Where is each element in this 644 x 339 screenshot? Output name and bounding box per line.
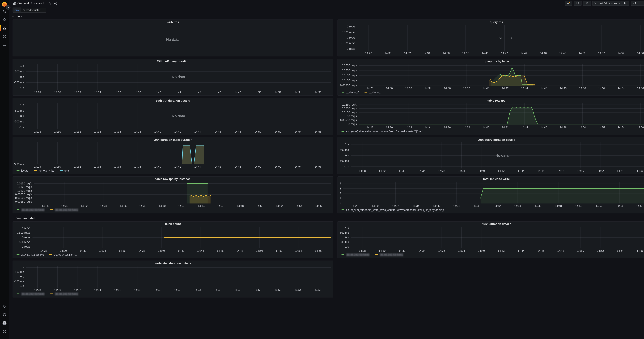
x-axis-tick-label: 14:44 — [196, 249, 206, 252]
time-range-picker[interactable]: Last 30 minutes — [592, 1, 622, 6]
x-axis-tick-label: 14:54 — [294, 204, 304, 207]
legend-item[interactable]: remote_write — [34, 169, 54, 172]
panel-title[interactable]: table row tps by instance — [13, 177, 333, 181]
panel-title[interactable]: write stall duration details — [13, 261, 333, 265]
panel-plot-area[interactable]: 1 req/s0.500 req/s0 req/s-0.500 req/s-1 … — [14, 226, 332, 249]
configuration-gear-icon[interactable] — [0, 302, 9, 310]
panel-plot-area[interactable]: 0.0150 req/s0.0125 req/s0.0100 req/s0.00… — [14, 181, 332, 204]
legend-series-color — [342, 131, 344, 132]
starred-icon[interactable] — [0, 16, 9, 24]
x-axis-tick-label: 14:40 — [156, 249, 166, 252]
y-axis-tick-label: 0 req/s — [339, 122, 357, 126]
x-axis-tick-label: 14:32 — [72, 165, 82, 168]
breadcrumb-group[interactable]: General — [18, 2, 29, 5]
panel-title[interactable]: total tables to write — [338, 177, 644, 181]
x-axis: 14:2814:3014:3214:3414:3614:3814:4014:42… — [14, 249, 332, 252]
x-axis-tick-label: 14:52 — [597, 126, 607, 129]
panel-plot-area[interactable]: 1 req/s0.500 req/s0 req/s-0.500 req/s-1 … — [339, 24, 644, 51]
x-axis: 14:2814:3014:3214:3414:3614:3814:4014:42… — [14, 90, 332, 94]
panel-99th-query-duration-details: 99th query duration details1 s500 ms0 s-… — [338, 137, 644, 174]
legend-item[interactable]: 30.46.242.53:5441 — [49, 253, 77, 256]
refresh-button[interactable] — [631, 1, 638, 6]
panel-plot-area[interactable]: 1 s500 ms0 s-500 ms-1 sNo data — [14, 64, 332, 90]
legend-item[interactable]: 30.46.242.53:5441 — [50, 292, 78, 295]
x-axis-tick-label: 14:46 — [213, 91, 223, 94]
x-axis-tick-label: 14:52 — [597, 87, 607, 90]
panel-title[interactable]: table row tps — [338, 98, 644, 103]
legend-item[interactable]: 30.46.242.53:5440 — [16, 253, 44, 256]
panel-plot-area[interactable]: 9.90 ms — [14, 142, 332, 165]
variable-env-picker[interactable]: ceresdbcluster — [21, 8, 46, 13]
legend-item[interactable]: 30.46.242.53:5440 — [342, 253, 370, 256]
explore-icon[interactable] — [0, 32, 9, 41]
legend-item[interactable]: total — [60, 169, 70, 172]
legend-item[interactable]: 30.46.242.53:5440 — [16, 292, 45, 295]
legend-item[interactable]: 30.46.242.53:5440 — [16, 208, 45, 211]
x-axis-tick-label: 14:42 — [496, 169, 506, 172]
panel-title[interactable]: 99th partition table duration — [13, 137, 333, 142]
star-dashboard-icon[interactable] — [48, 2, 51, 5]
add-panel-button[interactable] — [565, 1, 572, 6]
refresh-interval-caret[interactable] — [638, 1, 644, 6]
y-axis-tick-label: 500 ms — [14, 109, 24, 112]
user-avatar[interactable] — [0, 319, 9, 327]
dashboard-settings-button[interactable] — [583, 1, 591, 6]
legend-series-color — [16, 254, 20, 255]
panel-table-row-tps: table row tps0.0250 req/s0.0200 req/s0.0… — [338, 98, 644, 135]
panel-title[interactable]: flush duration details — [338, 222, 644, 226]
panel-title[interactable]: 99th put/query duration — [13, 59, 333, 64]
x-axis-tick-label: 14:28 — [364, 52, 374, 55]
server-admin-shield-icon[interactable] — [0, 310, 9, 319]
dashboard-grid: basicwrite tpsNo dataquery tps1 req/s0.5… — [12, 14, 644, 300]
x-axis-tick-label: 14:30 — [52, 130, 62, 133]
y-axis-tick-label: 0 req/s — [14, 236, 30, 239]
panel-plot-area[interactable]: 0.0250 req/s0.0200 req/s0.0150 req/s0.01… — [339, 64, 644, 86]
legend-item[interactable]: 30.46.242.53:5441 — [375, 253, 403, 256]
x-axis-tick-label: 14:56 — [635, 169, 644, 172]
legend-series-label: __demo_0 — [346, 91, 359, 94]
y-axis-tick-label: 0.0125 req/s — [14, 185, 32, 189]
alerting-icon[interactable] — [0, 41, 9, 49]
panel-plot-area[interactable]: 43210 — [339, 181, 644, 204]
y-axis-tick-label: 3 — [339, 187, 341, 190]
sidebar-expand-button[interactable] — [6, 5, 10, 10]
x-axis-tick-label: 14:44 — [193, 91, 203, 94]
legend-item[interactable]: __demo_0 — [342, 91, 359, 94]
x-axis-tick-label: 14:42 — [173, 91, 183, 94]
section-header-basic[interactable]: basic — [12, 14, 644, 19]
help-chevron-icon[interactable] — [0, 334, 9, 337]
x-axis: 14:2814:3014:3214:3414:3614:3814:4014:42… — [14, 204, 332, 208]
panel-title[interactable]: 99th put duration details — [13, 98, 333, 103]
save-dashboard-button[interactable] — [574, 1, 582, 6]
legend-item[interactable]: locate — [16, 169, 28, 172]
x-axis-tick-label: 14:48 — [558, 126, 568, 129]
breadcrumb[interactable]: General / ceresdb — [12, 2, 57, 5]
zoom-out-button[interactable] — [622, 1, 629, 6]
legend-series-color — [16, 293, 20, 294]
panel-title[interactable]: write tps — [13, 20, 333, 24]
panel-plot-area[interactable]: 1 s500 ms0 s-500 ms-1 sNo data — [14, 103, 332, 130]
panel-title[interactable]: flush count — [13, 222, 333, 226]
panel-plot-area[interactable]: 1 s500 ms0 s-500 ms-1 sNo data — [339, 142, 644, 169]
panel-plot-area[interactable]: 0.0250 req/s0.0200 req/s0.0150 req/s0.01… — [339, 103, 644, 126]
legend-item[interactable]: sum(rate(table_write_rows_counter{env="c… — [342, 130, 423, 133]
section-header-flush-and-stall[interactable]: flush and stall — [12, 216, 644, 221]
share-dashboard-icon[interactable] — [54, 2, 57, 5]
legend-item[interactable]: 30.46.242.53:5441 — [50, 208, 78, 211]
panel-title[interactable]: query tps by table — [338, 59, 644, 64]
panel-plot-area[interactable]: 1 s500 ms0 s-500 ms-1 s — [14, 265, 332, 288]
y-axis-tick-label: 0 s — [339, 154, 349, 157]
dashboards-icon[interactable] — [0, 24, 9, 32]
panel-plot-area[interactable]: No data — [14, 24, 332, 55]
panel-plot-area[interactable]: 1 s500 ms0 s-500 ms-1 s — [339, 226, 644, 249]
x-axis-tick-label: 14:34 — [99, 204, 109, 207]
panel-title[interactable]: query tps — [338, 20, 644, 24]
legend-item[interactable]: count(sum(rate(table_write_rows_counter{… — [342, 208, 444, 211]
y-axis-tick-label: 0 req/s — [339, 36, 355, 39]
legend-item[interactable]: __demo_1 — [364, 91, 382, 94]
panel-title[interactable]: 99th query duration details — [338, 137, 644, 142]
x-axis-tick-label: 14:34 — [423, 126, 433, 129]
x-axis-tick-label: 14:46 — [536, 249, 546, 252]
x-axis-tick-label: 14:30 — [52, 288, 62, 291]
panel-legend: 30.46.242.53:544030.46.242.53:5441 — [13, 292, 333, 296]
